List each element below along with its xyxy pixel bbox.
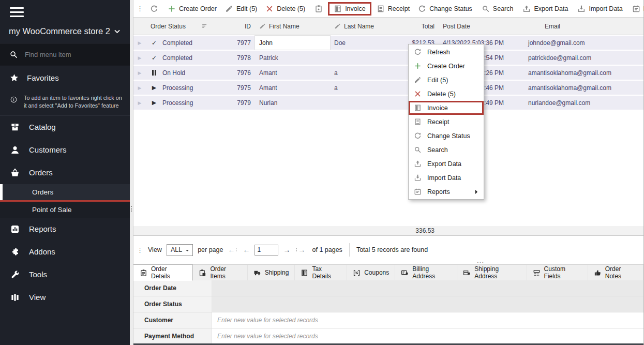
sidebar-item-addons[interactable]: Addons: [0, 241, 130, 263]
sidebar-item-reports[interactable]: Reports: [0, 218, 130, 241]
edit-button[interactable]: Edit (5): [221, 2, 261, 16]
document-icon: [301, 269, 308, 277]
column-header-email[interactable]: Email: [524, 23, 643, 30]
sidebar-item-view[interactable]: View: [0, 286, 130, 309]
tab-coupons[interactable]: Coupons: [347, 265, 395, 280]
table-row[interactable]: ▶ ✓Completed 7978 Patrick $17.00 4/13/20…: [133, 51, 643, 65]
row-expander-icon[interactable]: ▶: [133, 51, 146, 65]
first-page-button[interactable]: ←: [228, 246, 238, 254]
toolbar-overflow-icon[interactable]: ⋮: [134, 5, 146, 12]
menu-item-delete[interactable]: Delete (5): [409, 87, 484, 101]
menu-item-invoice-highlighted[interactable]: Invoice: [409, 101, 484, 115]
table-row[interactable]: ▶ ▶Processing 7975 Amant a $17.00 4/13/2…: [133, 81, 643, 95]
column-header-first-name[interactable]: First Name: [255, 23, 330, 30]
table-row[interactable]: ▶ ✓Completed 7977 John Doe $212.53 4/13/…: [133, 36, 643, 50]
detail-tabs: Order Details Order Items Shipping Tax D…: [133, 264, 643, 281]
order-status-field[interactable]: [212, 296, 643, 312]
sidebar-subitem-orders[interactable]: Orders: [0, 184, 130, 200]
thumb-up-icon: [594, 269, 602, 277]
sidebar-item-tools[interactable]: Tools: [0, 263, 130, 286]
fields-icon: [533, 269, 541, 277]
pager-bar: ⋮ View ALL per page ← ← → → of 1 pages T…: [133, 242, 643, 258]
column-header-id[interactable]: ID: [229, 23, 255, 30]
menu-item-export-data[interactable]: Export Data: [409, 157, 484, 171]
reports-dropdown-button[interactable]: Reports: [628, 2, 644, 16]
sidebar-subitem-point-of-sale[interactable]: Point of Sale: [0, 202, 130, 218]
menu-item-change-status[interactable]: Change Status: [409, 129, 484, 143]
favorites-hint: To add an item to favorites right click …: [0, 89, 130, 116]
pages-count-label: of 1 pages: [312, 246, 342, 253]
clipboard-eye-icon: [314, 5, 323, 13]
import-data-button[interactable]: Import Data: [573, 2, 626, 16]
row-expander-icon[interactable]: ▶: [133, 96, 146, 110]
invoice-button-highlighted[interactable]: Invoice: [328, 2, 371, 16]
column-header-order-status[interactable]: Order Status: [146, 23, 229, 30]
row-expander-icon[interactable]: ▶: [133, 81, 146, 95]
pencil-icon: [414, 76, 422, 84]
menu-item-create-order[interactable]: Create Order: [409, 59, 484, 73]
change-status-button[interactable]: Change Status: [414, 2, 476, 16]
preview-button[interactable]: [310, 2, 327, 16]
total-summary-value: 336.53: [402, 227, 439, 234]
create-order-button[interactable]: Create Order: [163, 2, 221, 16]
view-icon: [10, 292, 20, 303]
tab-shipping-address[interactable]: Shipping Address: [457, 265, 527, 280]
menu-item-search[interactable]: Search: [409, 143, 484, 157]
export-icon: [522, 5, 531, 13]
sidebar-splitter[interactable]: [130, 0, 133, 345]
payment-method-field[interactable]: Enter new value for selected records: [212, 328, 643, 344]
panel-resize-handle-icon[interactable]: …: [476, 256, 485, 264]
chevron-down-icon: [113, 27, 122, 36]
menu-item-reports[interactable]: Reports: [409, 185, 484, 199]
column-header-total[interactable]: Total: [402, 23, 439, 30]
tab-shipping[interactable]: Shipping: [248, 265, 295, 280]
next-page-button[interactable]: →: [283, 246, 290, 254]
menu-item-import-data[interactable]: Import Data: [409, 171, 484, 185]
hamburger-menu-icon[interactable]: [0, 0, 130, 17]
page-size-select[interactable]: ALL: [167, 244, 193, 256]
catalog-icon: [10, 122, 20, 132]
form-row-order-date: Order Date: [133, 280, 643, 296]
table-row[interactable]: ▶ On Hold 7976 Amant a $24.00 4/13/2022 …: [133, 66, 643, 80]
customer-field[interactable]: Enter new value for selected records: [212, 312, 643, 328]
field-label: Order Status: [133, 296, 212, 312]
tab-billing-address[interactable]: Billing Address: [395, 265, 457, 280]
row-expander-icon[interactable]: ▶: [133, 66, 146, 80]
search-button[interactable]: Search: [477, 2, 518, 16]
last-page-button[interactable]: →: [295, 246, 305, 254]
order-date-field[interactable]: [212, 280, 643, 296]
cross-icon: [414, 90, 422, 98]
tab-order-details[interactable]: Order Details: [132, 264, 193, 281]
pager-overflow-icon[interactable]: ⋮: [137, 246, 143, 254]
store-selector[interactable]: my WooCommerce store 2: [0, 20, 130, 43]
sidebar-item-catalog[interactable]: Catalog: [0, 116, 130, 139]
sidebar-item-customers[interactable]: Customers: [0, 139, 130, 161]
sidebar-item-orders[interactable]: Orders: [0, 161, 130, 184]
refresh-button[interactable]: [146, 2, 162, 16]
plus-icon: [168, 5, 176, 13]
grid-summary-row: 336.53: [133, 226, 643, 236]
menu-item-edit[interactable]: Edit (5): [409, 73, 484, 87]
clipboard-box-icon: [199, 269, 206, 277]
column-header-last-name[interactable]: Last Name: [330, 23, 402, 30]
sidebar-item-favorites[interactable]: Favorites: [0, 66, 130, 89]
sidebar-search[interactable]: Find menu item: [0, 43, 130, 66]
menu-item-receipt[interactable]: Receipt: [409, 115, 484, 129]
tab-custom-fields[interactable]: Custom Fields: [527, 265, 588, 280]
first-name-cell-editing[interactable]: John: [255, 36, 330, 50]
sort-icon[interactable]: [201, 23, 208, 29]
tab-order-notes[interactable]: Order Notes: [588, 265, 643, 280]
menu-item-refresh[interactable]: Refresh: [409, 45, 484, 59]
table-row[interactable]: ▶ ▶Processing 7979 Nurlan $66.00 4/13/20…: [133, 96, 643, 110]
delete-button[interactable]: Delete (5): [261, 2, 309, 16]
receipt-button[interactable]: Receipt: [372, 2, 414, 16]
prev-page-button[interactable]: ←: [243, 246, 250, 254]
tab-tax-details[interactable]: Tax Details: [295, 265, 347, 280]
grid-header: Order Status ID First Name Last Name Tot…: [133, 18, 643, 35]
page-number-input[interactable]: [254, 245, 278, 256]
column-header-post-date[interactable]: Post Date: [439, 23, 524, 30]
row-expander-icon[interactable]: ▶: [133, 36, 146, 50]
tab-order-items[interactable]: Order Items: [193, 265, 247, 280]
sidebar-nav: Catalog Customers Orders Orders Point of…: [0, 116, 130, 309]
export-data-button[interactable]: Export Data: [518, 2, 572, 16]
